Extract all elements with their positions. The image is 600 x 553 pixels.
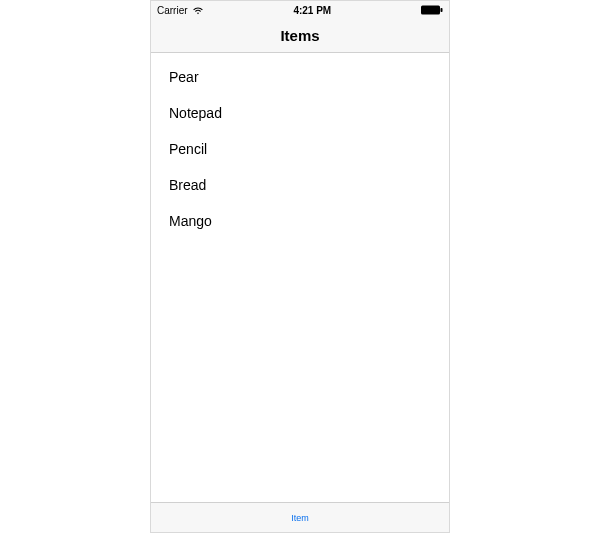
list-item[interactable]: Bread — [151, 167, 449, 203]
status-bar: Carrier 4:21 PM — [151, 1, 449, 19]
battery-icon — [421, 5, 443, 15]
list-item[interactable]: Notepad — [151, 95, 449, 131]
list-item-label: Pencil — [169, 141, 207, 157]
carrier-label: Carrier — [157, 5, 188, 16]
list-item[interactable]: Pear — [151, 59, 449, 95]
list-item[interactable]: Mango — [151, 203, 449, 239]
status-time: 4:21 PM — [204, 5, 421, 16]
content-area[interactable]: Pear Notepad Pencil Bread Mango — [151, 53, 449, 502]
page-title: Items — [280, 27, 319, 44]
list-item-label: Mango — [169, 213, 212, 229]
tab-item-label: Item — [291, 513, 309, 523]
wifi-icon — [192, 6, 204, 15]
list-item-label: Pear — [169, 69, 199, 85]
list-item-label: Bread — [169, 177, 206, 193]
tab-bar: Item — [151, 502, 449, 532]
status-right — [421, 5, 443, 15]
nav-bar: Items — [151, 19, 449, 53]
svg-rect-0 — [421, 6, 440, 15]
phone-frame: Carrier 4:21 PM Items Pe — [150, 0, 450, 533]
status-left: Carrier — [157, 5, 204, 16]
items-list: Pear Notepad Pencil Bread Mango — [151, 53, 449, 239]
tab-item[interactable]: Item — [291, 513, 309, 523]
list-item[interactable]: Pencil — [151, 131, 449, 167]
svg-rect-1 — [441, 8, 443, 12]
list-item-label: Notepad — [169, 105, 222, 121]
